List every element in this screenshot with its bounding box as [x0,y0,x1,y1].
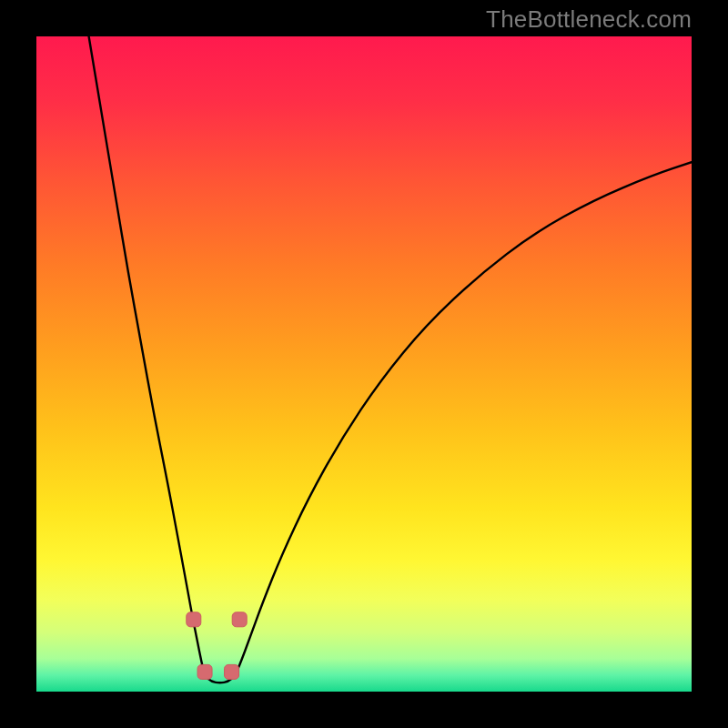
curve-layer [36,36,692,692]
valley-marker [187,612,201,627]
outer-frame: TheBottleneck.com [0,0,728,728]
valley-marker [225,664,239,679]
bottleneck-curve [89,36,692,682]
valley-marker [232,612,247,627]
plot-area [36,36,692,692]
valley-marker [197,664,212,679]
watermark-text: TheBottleneck.com [486,5,692,34]
valley-markers-group [187,612,247,680]
